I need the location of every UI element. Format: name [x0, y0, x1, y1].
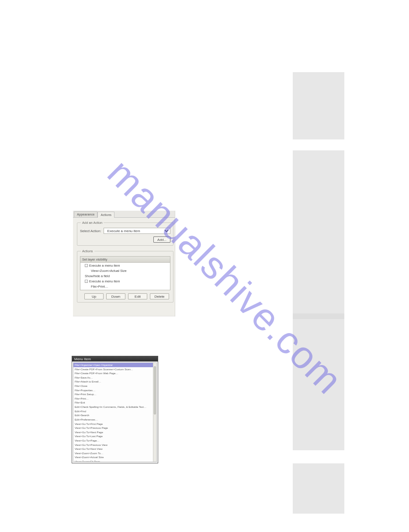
actions-item-label: View>Zoom>Actual Size — [91, 269, 127, 273]
sidebar-block-2 — [293, 150, 344, 313]
sidebar-gap-3 — [293, 450, 344, 463]
actions-item-group[interactable]: - Execute a menu item — [80, 278, 170, 284]
sidebar-block-3 — [293, 319, 344, 450]
add-action-group: Add an Action Select Action: Execute a m… — [77, 221, 173, 246]
menu-item-dialog: Menu Item File>Organizer>Open OrganizerF… — [72, 356, 158, 463]
menu-item-row[interactable]: File>Create PDF>From Web Page… — [73, 371, 153, 376]
actions-item-label: Execute a menu item — [89, 279, 120, 283]
actions-item-label: Execute a menu item — [89, 264, 120, 268]
actions-dialog: Appearance Actions Add an Action Select … — [73, 211, 175, 316]
sidebar-block-1 — [293, 72, 344, 139]
select-action-dropdown[interactable]: Execute a menu item — [104, 228, 170, 234]
sidebar-block-4 — [293, 463, 344, 514]
add-button[interactable]: Add... — [153, 236, 170, 243]
actions-button-row: Up Down Edit Delete — [80, 293, 170, 299]
actions-group: Actions Set layer visibility - Execute a… — [77, 249, 173, 303]
actions-item-single[interactable]: Show/hide a field — [80, 273, 170, 278]
menu-item-row[interactable]: View>Go To>First Page — [73, 422, 153, 426]
delete-button[interactable]: Delete — [150, 293, 169, 299]
up-button[interactable]: Up — [84, 293, 104, 299]
actions-list-header: Set layer visibility — [80, 257, 170, 263]
menu-item-row[interactable]: View>Go To>Next View — [73, 447, 153, 451]
actions-item-child[interactable]: File>Print… — [80, 284, 170, 289]
select-action-row: Select Action: Execute a menu item — [80, 228, 170, 234]
select-action-label: Select Action: — [80, 229, 101, 233]
edit-button[interactable]: Edit — [128, 293, 147, 299]
add-action-legend: Add an Action — [81, 221, 104, 225]
sidebar-gap-2 — [293, 313, 344, 319]
menu-item-row[interactable]: View>Zoom>Actual Size — [73, 455, 153, 459]
menu-item-row[interactable]: File>Print Setup… — [73, 392, 153, 396]
actions-listbox[interactable]: Set layer visibility - Execute a menu it… — [80, 256, 170, 290]
menu-item-list[interactable]: File>Organizer>Open OrganizerFile>Create… — [73, 363, 153, 462]
tab-actions[interactable]: Actions — [97, 212, 114, 218]
actions-item-label: Show/hide a field — [85, 274, 110, 278]
menu-item-row[interactable]: Edit>Preferences… — [73, 417, 153, 422]
sidebar-column — [293, 72, 344, 514]
actions-item-label: File>Print… — [91, 285, 108, 289]
menu-item-row[interactable]: Edit>Search — [73, 413, 153, 417]
scrollbar-thumb[interactable] — [154, 366, 156, 414]
menu-item-scroll: File>Organizer>Open OrganizerFile>Create… — [73, 362, 157, 462]
tab-appearance[interactable]: Appearance — [74, 211, 97, 217]
collapse-icon[interactable]: - — [85, 264, 88, 267]
actions-item-child[interactable]: View>Zoom>Actual Size — [80, 268, 170, 273]
menu-item-dialog-title: Menu Item — [72, 356, 158, 362]
menu-item-row[interactable]: View>Go To>Next Page — [73, 430, 153, 435]
menu-item-row[interactable]: View>Zoom>Zoom To… — [73, 451, 153, 456]
actions-item-group[interactable]: - Execute a menu item — [80, 263, 170, 268]
menu-item-row[interactable]: File>Organizer>Open Organizer — [73, 363, 153, 367]
menu-item-row[interactable]: File>Create PDF>From Scanner>Custom Scan… — [73, 367, 153, 372]
vertical-scrollbar[interactable] — [153, 363, 156, 462]
menu-item-row[interactable]: File>Attach to Email… — [73, 379, 153, 384]
menu-item-row[interactable]: File>Properties… — [73, 388, 153, 393]
menu-item-row[interactable]: View>Zoom>Fit Page — [73, 459, 153, 462]
menu-item-row[interactable]: View>Go To>Previous Page — [73, 426, 153, 430]
sidebar-gap-1 — [293, 139, 344, 150]
menu-item-row[interactable]: File>Exit — [73, 400, 153, 405]
menu-item-row[interactable]: File>Close — [73, 384, 153, 388]
menu-item-row[interactable]: View>Go To>Last Page — [73, 434, 153, 438]
menu-item-row[interactable]: Edit>Find — [73, 409, 153, 414]
menu-item-row[interactable]: View>Go To>Previous View — [73, 443, 153, 447]
tab-pane-actions: Add an Action Select Action: Execute a m… — [73, 217, 175, 316]
menu-item-row[interactable]: File>Print… — [73, 396, 153, 401]
menu-item-row[interactable]: Edit>Check Spelling>In Comments, Fields,… — [73, 405, 153, 409]
collapse-icon[interactable]: - — [85, 280, 88, 283]
menu-item-row[interactable]: File>Save As… — [73, 376, 153, 380]
tab-strip: Appearance Actions — [73, 211, 175, 217]
actions-legend: Actions — [81, 249, 94, 253]
menu-item-row[interactable]: View>Go To>Page… — [73, 438, 153, 443]
down-button[interactable]: Down — [106, 293, 125, 299]
